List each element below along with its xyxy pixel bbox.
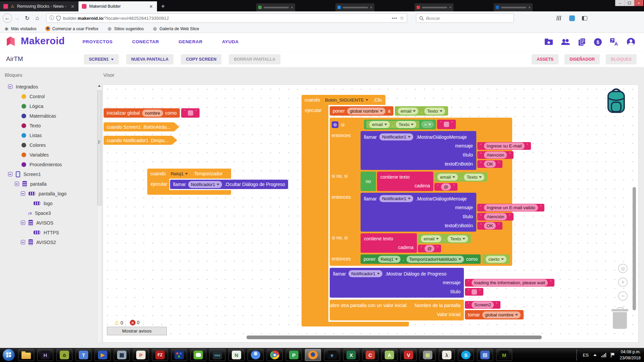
media-player[interactable]: ▶ — [95, 349, 111, 361]
close-icon[interactable]: × — [291, 5, 293, 9]
center-blocks-icon[interactable] — [618, 264, 628, 273]
notepad[interactable]: N — [228, 349, 245, 361]
internet-explorer[interactable]: e — [324, 349, 340, 361]
ccleaner[interactable]: C — [362, 349, 378, 361]
property-dropdown[interactable]: TemporizadorHabilitado — [407, 256, 464, 263]
display-settings[interactable]: ▤ — [477, 349, 493, 361]
block-click-event[interactable]: cuando Botón_SIGUIENTE .Clic ejecutar po… — [302, 95, 512, 326]
lambda-app[interactable]: λ — [439, 349, 455, 361]
canvas-vertical-scrollbar[interactable] — [633, 187, 636, 310]
nav-conectar[interactable]: CONECTAR — [132, 39, 159, 44]
collapse-icon[interactable] — [21, 240, 25, 244]
calculator[interactable]: ▦ — [114, 349, 130, 361]
maximize-button[interactable] — [625, 0, 634, 6]
component-dropdown[interactable]: Reloj1 — [168, 170, 191, 177]
search-input[interactable]: Buscar — [416, 13, 514, 23]
minimize-button[interactable]: – — [615, 0, 625, 6]
collapse-icon[interactable] — [8, 84, 12, 89]
language-indicator[interactable]: ES — [583, 353, 589, 358]
block-set-timer-enabled[interactable]: poner Reloj1 . TemporizadorHabilitado co… — [361, 254, 481, 264]
component-dropdown[interactable]: Botón_SIGUIENTE — [322, 97, 371, 104]
block-email-text-getter[interactable]: email . Texto — [434, 172, 487, 182]
movistar[interactable]: M — [496, 349, 512, 361]
bookmark-item[interactable]: Comenzar a usar Firefox — [45, 26, 99, 31]
tree-item[interactable]: Listas — [2, 130, 97, 140]
component-dropdown[interactable]: email — [421, 235, 441, 242]
clock[interactable]: 04:08 p.m. 23/08/2018 — [620, 349, 641, 361]
explorer[interactable] — [18, 349, 34, 361]
logic-dropdown[interactable]: cierto — [486, 256, 506, 263]
panel-scrollbar[interactable] — [97, 84, 102, 343]
block-contains-2[interactable]: contiene texto cadena email . Texto — [361, 233, 417, 253]
zoom-out-icon[interactable] — [618, 291, 628, 301]
collapse-icon[interactable] — [21, 191, 25, 196]
close-icon[interactable]: ✕ — [149, 4, 154, 9]
collapse-icon[interactable] — [21, 221, 25, 225]
block-collapsed-backpressed[interactable]: cuando Screen1 .BotónAtrás... — [104, 122, 179, 131]
variable-name-field[interactable]: nombre — [142, 110, 163, 117]
tree-item[interactable]: Space3 — [2, 208, 97, 218]
filezilla[interactable]: FZ — [152, 349, 168, 361]
tree-item[interactable]: HTTPS — [2, 228, 97, 237]
component-dropdown[interactable]: email — [398, 108, 418, 115]
tree-item[interactable]: Texto — [2, 121, 97, 130]
colors-app[interactable] — [171, 349, 187, 361]
property-dropdown[interactable]: Texto — [447, 235, 468, 242]
tree-item[interactable]: logo — [2, 198, 97, 208]
tree-item[interactable]: Procedimientos — [2, 160, 97, 169]
block-show-message-dialog-1[interactable]: llamar Notificador1 .MostrarDiálogoMensa… — [361, 131, 476, 170]
block-email-text-getter[interactable]: email . Texto — [418, 234, 471, 243]
donate-icon[interactable]: $ — [594, 38, 602, 46]
page-info-icon[interactable]: ⓘ — [49, 15, 54, 21]
property-dropdown[interactable]: Texto — [464, 174, 484, 181]
background-tab[interactable]: × — [335, 3, 374, 11]
tray-expand-icon[interactable] — [593, 354, 597, 356]
trash-icon[interactable] — [613, 312, 627, 329]
variable-dropdown[interactable]: global nombre — [347, 108, 386, 115]
component-dropdown[interactable]: Notificador1 — [379, 195, 413, 202]
mutator-gear-icon[interactable] — [332, 121, 338, 128]
action-center-flag-icon[interactable] — [611, 353, 615, 357]
empty-string-block[interactable] — [437, 120, 455, 129]
background-tab[interactable]: × — [256, 3, 295, 11]
collapse-icon[interactable] — [15, 182, 19, 186]
library-icon[interactable] — [554, 13, 564, 23]
component-dropdown[interactable]: email — [437, 174, 458, 181]
forward-button[interactable]: → — [12, 13, 22, 23]
start-button[interactable] — [3, 349, 15, 361]
extension-icon[interactable] — [567, 13, 577, 23]
event-header[interactable]: cuando Botón_SIGUIENTE .Clic — [302, 95, 385, 105]
close-icon[interactable]: ✕ — [70, 4, 75, 9]
owl-app[interactable]: ö — [56, 349, 72, 361]
shield-icon[interactable] — [56, 16, 61, 21]
canvas-horizontal-scrollbar[interactable] — [247, 336, 542, 339]
url-bar[interactable]: ⓘ builder.makeroid.io/?locale=es#4825264… — [46, 13, 407, 23]
nox[interactable]: nox — [209, 349, 225, 361]
back-button[interactable]: ← — [3, 13, 12, 23]
backpack-icon[interactable] — [605, 87, 627, 116]
sidebar-toggle-icon[interactable] — [580, 13, 590, 23]
zoom-in-icon[interactable] — [618, 278, 628, 287]
empty-string-block[interactable] — [465, 288, 483, 296]
docs-icon[interactable] — [578, 38, 586, 46]
browser-tab-news[interactable]: ⚠ Removing Blocks - News - M ✕ — [0, 1, 78, 11]
block-open-screen[interactable]: abre otra pantalla con un valor inicialN… — [330, 300, 464, 320]
tree-item[interactable]: Variables — [2, 150, 97, 160]
block-collapsed-afterdialog[interactable]: cuando Notificador1 .Despu... — [104, 136, 177, 145]
block-email-text-getter[interactable]: email . Texto — [395, 106, 448, 116]
tree-item[interactable]: pantalla_logo — [2, 189, 97, 198]
block-contains-1[interactable]: contiene texto cadena email . Texto — [377, 172, 433, 191]
tree-item[interactable]: Screen1 — [2, 169, 97, 179]
close-icon[interactable]: × — [370, 5, 372, 9]
bookmark-item[interactable]: Galería de Web Slice — [153, 26, 199, 31]
string-block[interactable]: OK — [477, 160, 502, 168]
new-screen-button[interactable]: NUEVA PANTALLA — [126, 54, 173, 64]
variable-dropdown[interactable]: global nombre — [482, 311, 521, 318]
scroll-up-icon[interactable] — [98, 85, 101, 87]
property-dropdown[interactable]: Texto — [424, 108, 445, 115]
browser-tab-makeroid[interactable]: Makeroid Builder ✕ — [78, 1, 157, 11]
excel[interactable]: X — [343, 349, 359, 361]
nav-generar[interactable]: GENERAR — [178, 39, 203, 44]
string-block[interactable]: Ingrese un E-mail valido — [477, 204, 544, 212]
show-warnings-button[interactable]: Mostrar avisos — [107, 327, 167, 335]
